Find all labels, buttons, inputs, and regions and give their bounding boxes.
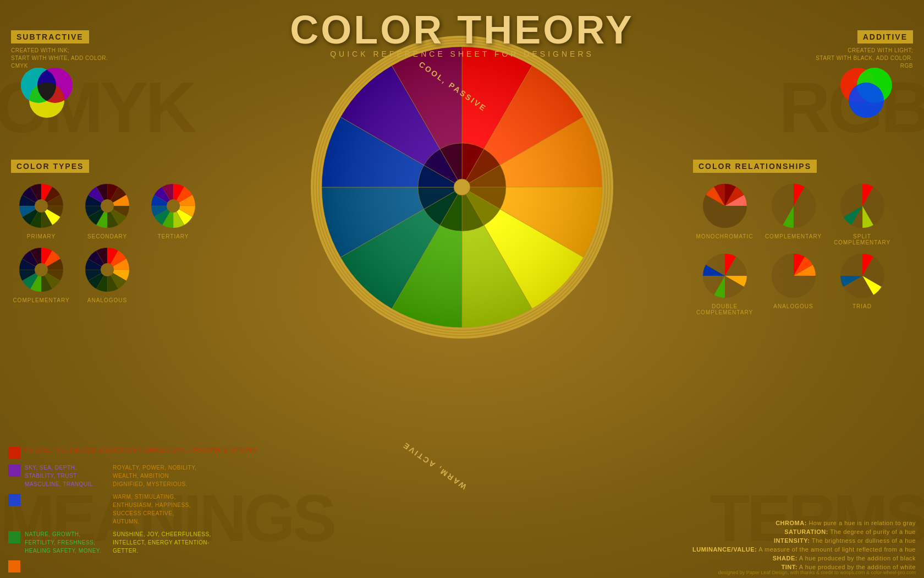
blue-swatch bbox=[8, 494, 20, 506]
color-type-secondary: SECONDARY bbox=[77, 181, 138, 239]
green-meaning: NATURE, GROWTH, FERTILITY, FRESHNESS, HE… bbox=[25, 530, 102, 555]
cool-passive-label: COOL, PASSIVE bbox=[413, 81, 493, 91]
subtractive-section: SUBTRACTIVE CREATED WITH INK;START WITH … bbox=[11, 30, 132, 70]
color-relationships-label: COLOR RELATIONSHIPS bbox=[693, 160, 817, 173]
term-saturation: SATURATION: The degree of purity of a hu… bbox=[668, 528, 916, 535]
color-type-complementary: COMPLEMENTARY bbox=[11, 245, 72, 303]
color-rel-grid: MONOCHROMATIC COMPLEMENTARY SPLIT COMPLE… bbox=[693, 181, 913, 315]
orange-swatch2 bbox=[8, 560, 20, 572]
meaning-purple: SKY, SEA, DEPTH, STABILITY, TRUST MASCUL… bbox=[8, 464, 102, 488]
subtractive-desc: CREATED WITH INK;START WITH WHITE, ADD C… bbox=[11, 47, 132, 70]
color-type-primary: PRIMARY bbox=[11, 181, 72, 239]
triad-label: TRIAD bbox=[853, 303, 872, 309]
purple-swatch bbox=[8, 465, 20, 477]
terms-list: CHROMA: How pure a hue is in relation to… bbox=[668, 520, 916, 570]
rel-monochromatic: MONOCHROMATIC bbox=[693, 181, 756, 246]
meanings-section: INTENSE, FIRE & BLOOD, ENERGY, WAR, DANG… bbox=[8, 446, 426, 572]
comp-label: COMPLEMENTARY bbox=[765, 233, 822, 239]
footer-credit: designed by Paper Leaf Design, with than… bbox=[718, 570, 916, 575]
double-label: DOUBLE COMPLEMENTARY bbox=[693, 303, 756, 315]
analogous-label: ANALOGOUS bbox=[87, 297, 127, 303]
purple-meaning: SKY, SEA, DEPTH, STABILITY, TRUST MASCUL… bbox=[25, 464, 102, 488]
meaning-green: NATURE, GROWTH, FERTILITY, FRESHNESS, HE… bbox=[8, 530, 102, 555]
secondary-label: SECONDARY bbox=[87, 233, 127, 239]
red-swatch bbox=[8, 447, 20, 459]
color-relationships-section: COLOR RELATIONSHIPS MONOCHROMATIC COMPLE… bbox=[693, 160, 913, 315]
meaning-red: INTENSE, FIRE & BLOOD, ENERGY, WAR, DANG… bbox=[8, 446, 426, 459]
term-luminance: LUMINANCE/VALUE: A measure of the amount… bbox=[668, 546, 916, 553]
additive-desc: CREATED WITH LIGHT;START WITH BLACK, ADD… bbox=[792, 47, 913, 70]
rel-complementary: COMPLEMENTARY bbox=[762, 181, 825, 246]
warm-active-label: WARM, ACTIVE bbox=[396, 461, 472, 471]
meaning-row-2: SKY, SEA, DEPTH, STABILITY, TRUST MASCUL… bbox=[8, 464, 426, 488]
term-intensity: INTENSITY: The brightness or dullness of… bbox=[668, 537, 916, 544]
meaning-purple2: ROYALTY, POWER, NOBILITY, WEALTH, AMBITI… bbox=[113, 464, 201, 488]
rel-split-complementary: SPLIT COMPLEMENTARY bbox=[831, 181, 894, 246]
subtractive-label: SUBTRACTIVE bbox=[11, 30, 89, 43]
analogous-rel-label: ANALOGOUS bbox=[773, 303, 813, 309]
terms-section: TERMS CHROMA: How pure a hue is in relat… bbox=[668, 520, 916, 572]
additive-section: ADDITIVE CREATED WITH LIGHT;START WITH B… bbox=[792, 30, 913, 70]
color-type-analogous: ANALOGOUS bbox=[77, 245, 138, 303]
additive-label: ADDITIVE bbox=[857, 30, 913, 43]
subtitle-text: QUICK REFERENCE SHEET FOR DESIGNERS bbox=[290, 50, 634, 58]
rel-analogous: ANALOGOUS bbox=[762, 251, 825, 315]
meaning-row-3: WARM, STIMULATING, ENTHUSIASM, HAPPINESS… bbox=[8, 493, 426, 526]
red-meaning: INTENSE, FIRE & BLOOD, ENERGY, WAR, DANG… bbox=[25, 446, 258, 454]
meaning-orange: WARM, STIMULATING, ENTHUSIASM, HAPPINESS… bbox=[113, 493, 201, 526]
color-types-section: COLOR TYPES PRIMARY SECONDARY TERTIARY C… bbox=[11, 160, 220, 303]
purple2-meaning: ROYALTY, POWER, NOBILITY, WEALTH, AMBITI… bbox=[113, 464, 201, 488]
color-wheel-container bbox=[308, 33, 616, 341]
color-type-tertiary: TERTIARY bbox=[143, 181, 204, 239]
tertiary-label: TERTIARY bbox=[157, 233, 189, 239]
orange-meaning: WARM, STIMULATING, ENTHUSIASM, HAPPINESS… bbox=[113, 493, 201, 526]
term-shade: SHADE: A hue produced by the addition of… bbox=[668, 555, 916, 561]
main-title: COLOR THEORY QUICK REFERENCE SHEET FOR D… bbox=[290, 10, 634, 58]
yellow-meaning: SUNSHINE, JOY, CHEERFULNESS, INTELLECT, … bbox=[113, 530, 223, 555]
rel-double-complementary: DOUBLE COMPLEMENTARY bbox=[693, 251, 756, 315]
title-text: COLOR THEORY bbox=[290, 10, 634, 50]
meaning-orange-row bbox=[8, 559, 426, 572]
color-types-label: COLOR TYPES bbox=[11, 160, 89, 173]
complementary-label: COMPLEMENTARY bbox=[13, 297, 69, 303]
primary-label: PRIMARY bbox=[27, 233, 56, 239]
term-chroma: CHROMA: How pure a hue is in relation to… bbox=[668, 520, 916, 526]
meaning-row-4: NATURE, GROWTH, FERTILITY, FRESHNESS, HE… bbox=[8, 530, 426, 555]
meaning-yellow: SUNSHINE, JOY, CHEERFULNESS, INTELLECT, … bbox=[113, 530, 223, 555]
split-label: SPLIT COMPLEMENTARY bbox=[831, 233, 894, 246]
color-type-grid: PRIMARY SECONDARY TERTIARY COMPLEMENTARY… bbox=[11, 181, 220, 303]
meanings-items: INTENSE, FIRE & BLOOD, ENERGY, WAR, DANG… bbox=[8, 446, 426, 572]
mono-label: MONOCHROMATIC bbox=[696, 233, 754, 239]
rel-triad: TRIAD bbox=[831, 251, 894, 315]
meaning-blue bbox=[8, 493, 102, 526]
green-swatch bbox=[8, 531, 20, 543]
